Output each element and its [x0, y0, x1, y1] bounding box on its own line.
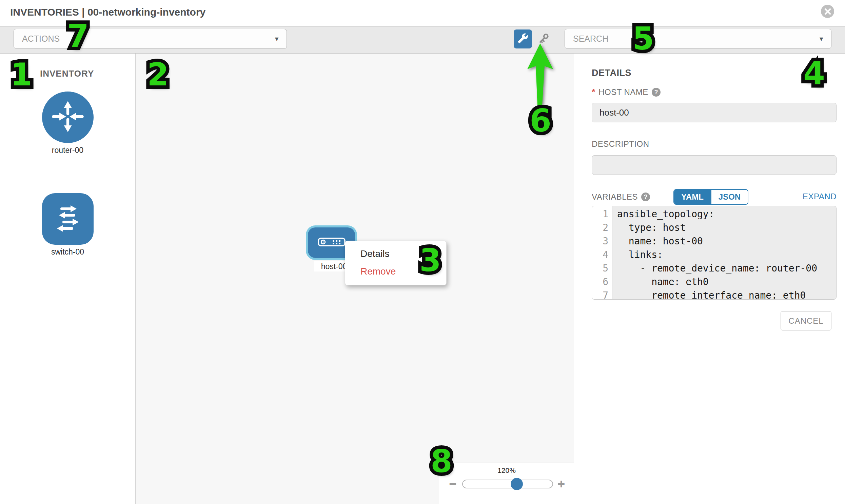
sidebar-item-router-label: router-00	[0, 146, 135, 155]
code-line: 6 name: eth0	[592, 275, 836, 289]
close-icon	[824, 8, 831, 15]
annotation-1: 1	[11, 59, 32, 90]
tab-yaml[interactable]: YAML	[674, 190, 711, 204]
sidebar-item-switch[interactable]	[42, 193, 93, 245]
router-icon	[50, 99, 85, 136]
cancel-button[interactable]: CANCEL	[780, 311, 831, 330]
code-line: 4 links:	[592, 248, 836, 262]
zoom-control-panel: 120% − +	[439, 463, 574, 504]
zoom-level-label: 120%	[439, 466, 574, 474]
search-dropdown[interactable]: SEARCH	[565, 29, 831, 49]
variables-label: VARIABLES	[592, 192, 638, 202]
actions-dropdown[interactable]: ACTIONS	[14, 29, 287, 49]
line-number: 3	[592, 235, 612, 248]
line-number: 1	[592, 208, 612, 221]
annotation-6: 6	[530, 105, 551, 137]
code-line: 1ansible_topology:	[592, 208, 836, 221]
host-name-label: HOST NAME	[598, 87, 648, 97]
variables-row: VARIABLES YAML JSON EXPAND	[592, 189, 837, 205]
annotation-4: 4	[803, 58, 825, 89]
line-text: links:	[612, 248, 663, 262]
line-text: - remote_device_name: router-00	[612, 262, 817, 275]
code-line: 2 type: host	[592, 221, 836, 235]
chevron-down-icon	[818, 35, 824, 42]
header: INVENTORIES | 00-networking-inventory	[0, 0, 845, 27]
annotation-7: 7	[67, 21, 89, 52]
host-icon	[318, 238, 346, 248]
sidebar-item-router[interactable]	[42, 91, 93, 143]
description-input[interactable]	[592, 155, 837, 175]
help-icon[interactable]	[652, 88, 661, 96]
line-number: 5	[592, 262, 612, 275]
line-number: 7	[592, 289, 612, 300]
code-line: 7 remote_interface_name: eth0	[592, 289, 836, 300]
chevron-down-icon	[274, 35, 280, 42]
host-name-field-label-row: * HOST NAME	[592, 87, 661, 97]
help-icon[interactable]	[641, 193, 650, 201]
zoom-slider-track[interactable]	[462, 480, 553, 488]
toolbar: ACTIONS SEARCH	[0, 27, 845, 54]
expand-link[interactable]: EXPAND	[803, 192, 837, 201]
tab-json[interactable]: JSON	[711, 190, 748, 204]
switch-icon	[51, 201, 85, 237]
description-label: DESCRIPTION	[592, 139, 649, 149]
annotation-8: 8	[430, 446, 452, 477]
annotation-arrow-up-icon	[525, 43, 555, 107]
required-asterisk: *	[592, 87, 595, 97]
annotation-2: 2	[147, 59, 169, 90]
page-title: INVENTORIES | 00-networking-inventory	[10, 6, 206, 18]
host-name-input[interactable]	[592, 103, 837, 122]
actions-dropdown-label: ACTIONS	[22, 34, 60, 44]
sidebar-heading: INVENTORY	[40, 69, 94, 79]
app-root: INVENTORIES | 00-networking-inventory AC…	[0, 0, 845, 504]
annotation-3: 3	[420, 245, 441, 276]
line-text: type: host	[612, 221, 686, 235]
details-panel: DETAILS * HOST NAME DESCRIPTION VARIABLE…	[575, 54, 845, 504]
annotation-5: 5	[632, 23, 654, 55]
sidebar-item-switch-label: switch-00	[0, 248, 135, 256]
description-field-label-row: DESCRIPTION	[592, 139, 649, 149]
variables-format-toggle: YAML JSON	[673, 189, 749, 205]
line-number: 6	[592, 275, 612, 289]
line-text: remote_interface_name: eth0	[612, 289, 806, 300]
search-dropdown-label: SEARCH	[573, 34, 608, 44]
line-text: ansible_topology:	[612, 208, 715, 221]
line-number: 2	[592, 221, 612, 235]
inventory-sidebar: INVENTORY router-00	[0, 54, 136, 504]
code-rows: 1ansible_topology: 2 type: host 3 name: …	[592, 206, 836, 300]
line-number: 4	[592, 248, 612, 262]
close-button[interactable]	[821, 5, 834, 18]
code-line: 5 - remote_device_name: router-00	[592, 262, 836, 275]
zoom-in-button[interactable]: +	[554, 476, 568, 491]
zoom-slider-thumb[interactable]	[511, 478, 523, 490]
variables-code-editor[interactable]: 1ansible_topology: 2 type: host 3 name: …	[592, 206, 837, 300]
code-line: 3 name: host-00	[592, 235, 836, 248]
topology-canvas[interactable]: host-00 Details Remove 120% − +	[136, 54, 574, 504]
line-text: name: eth0	[612, 275, 709, 289]
line-text: name: host-00	[612, 235, 703, 248]
details-heading: DETAILS	[592, 68, 631, 78]
